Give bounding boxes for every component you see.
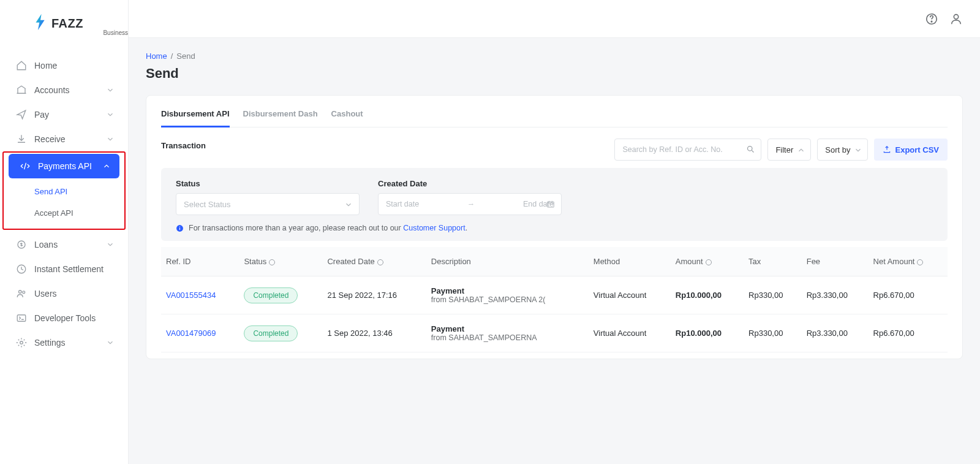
svg-point-5 bbox=[20, 341, 23, 344]
tab-cashout[interactable]: Cashout bbox=[331, 103, 363, 127]
sidebar-item-instant-settlement[interactable]: Instant Settlement bbox=[0, 257, 128, 281]
search-icon bbox=[746, 145, 755, 154]
cell-amount: Rp10.000,00 bbox=[671, 276, 744, 314]
chevron-up-icon bbox=[797, 146, 805, 154]
cell-fee: Rp3.330,00 bbox=[802, 314, 869, 352]
sidebar-item-receive[interactable]: Receive bbox=[0, 127, 128, 151]
sidebar-subitem-send-api[interactable]: Send API bbox=[4, 181, 124, 202]
th-ref: Ref. ID bbox=[161, 247, 239, 276]
help-icon[interactable] bbox=[268, 259, 276, 266]
logo[interactable]: FAZZ Business bbox=[0, 0, 128, 47]
cell-tax: Rp330,00 bbox=[744, 276, 802, 314]
sidebar-item-loans[interactable]: Loans bbox=[0, 232, 128, 257]
chevron-down-icon bbox=[344, 200, 353, 209]
th-created: Created Date bbox=[322, 247, 426, 276]
export-csv-button[interactable]: Export CSV bbox=[874, 139, 948, 161]
sidebar-item-home[interactable]: Home bbox=[0, 53, 128, 78]
cell-amount: Rp10.000,00 bbox=[671, 314, 744, 352]
profile-icon[interactable] bbox=[949, 12, 963, 26]
chevron-down-icon bbox=[106, 86, 115, 94]
svg-rect-4 bbox=[17, 315, 26, 322]
cell-net: Rp6.670,00 bbox=[869, 314, 948, 352]
th-amount: Amount bbox=[671, 247, 744, 276]
chevron-down-icon bbox=[106, 240, 115, 249]
sidebar-item-developer-tools[interactable]: Developer Tools bbox=[0, 306, 128, 330]
search-input[interactable] bbox=[614, 139, 761, 161]
card: Disbursement API Disbursement Dash Casho… bbox=[146, 95, 963, 359]
help-icon[interactable] bbox=[705, 259, 712, 266]
logo-subtext: Business bbox=[34, 29, 128, 36]
chevron-down-icon bbox=[106, 338, 115, 347]
filter-select[interactable]: Filter bbox=[767, 139, 811, 161]
help-icon[interactable] bbox=[925, 12, 938, 26]
date-range-picker[interactable]: Start date → End date bbox=[378, 193, 562, 215]
api-icon bbox=[20, 161, 31, 172]
sidebar-subitem-accept-api[interactable]: Accept API bbox=[4, 202, 124, 224]
svg-point-7 bbox=[931, 21, 932, 21]
th-fee: Fee bbox=[802, 247, 869, 276]
tabs: Disbursement API Disbursement Dash Casho… bbox=[161, 96, 948, 127]
status-badge: Completed bbox=[244, 325, 298, 341]
sidebar-item-label: Accounts bbox=[34, 85, 70, 95]
sidebar-item-label: Loans bbox=[34, 240, 58, 249]
th-status: Status bbox=[239, 247, 322, 276]
svg-point-13 bbox=[179, 226, 180, 227]
download-icon bbox=[16, 134, 27, 145]
svg-point-8 bbox=[954, 14, 958, 18]
sidebar-item-users[interactable]: Users bbox=[0, 281, 128, 306]
chevron-down-icon bbox=[106, 110, 115, 119]
tab-disbursement-api[interactable]: Disbursement API bbox=[161, 103, 230, 127]
ref-id-link[interactable]: VA001555434 bbox=[166, 291, 216, 300]
breadcrumb-home-link[interactable]: Home bbox=[146, 51, 167, 61]
breadcrumb-sep: / bbox=[171, 51, 173, 61]
svg-point-9 bbox=[748, 146, 753, 151]
clock-icon bbox=[16, 264, 27, 275]
sidebar-item-accounts[interactable]: Accounts bbox=[0, 78, 128, 102]
sidebar-item-label: Users bbox=[34, 289, 57, 299]
sidebar-item-pay[interactable]: Pay bbox=[0, 102, 128, 127]
svg-rect-10 bbox=[548, 202, 554, 207]
sidebar-item-label: Developer Tools bbox=[34, 313, 96, 323]
th-method: Method bbox=[589, 247, 671, 276]
info-line: For transactions more than a year ago, p… bbox=[176, 224, 933, 232]
svg-rect-12 bbox=[179, 227, 180, 230]
help-icon[interactable] bbox=[916, 259, 924, 266]
th-desc: Description bbox=[426, 247, 589, 276]
gear-icon bbox=[16, 337, 27, 348]
cell-method: Virtual Account bbox=[589, 276, 671, 314]
cell-created: 1 Sep 2022, 13:46 bbox=[322, 314, 426, 352]
export-icon bbox=[883, 145, 891, 154]
users-icon bbox=[16, 288, 27, 299]
cell-tax: Rp330,00 bbox=[744, 314, 802, 352]
nav: Home Accounts Pay Re bbox=[0, 47, 128, 361]
bank-icon bbox=[16, 85, 27, 96]
sidebar-item-settings[interactable]: Settings bbox=[0, 330, 128, 355]
cell-desc: Paymentfrom SAHABAT_SAMPOERNA bbox=[426, 314, 589, 352]
table-row: VA001479069 Completed 1 Sep 2022, 13:46 … bbox=[161, 314, 948, 352]
cell-net: Rp6.670,00 bbox=[869, 276, 948, 314]
arrow-right-icon: → bbox=[424, 200, 518, 208]
tab-disbursement-dash[interactable]: Disbursement Dash bbox=[243, 103, 318, 127]
svg-point-15 bbox=[377, 259, 383, 265]
ref-id-link[interactable]: VA001479069 bbox=[166, 329, 216, 338]
status-label: Status bbox=[176, 179, 360, 188]
sidebar-item-payments-api[interactable]: Payments API bbox=[9, 154, 119, 178]
transactions-table: Ref. ID Status Created Date Description … bbox=[161, 247, 948, 352]
breadcrumb-current: Send bbox=[176, 51, 195, 61]
svg-point-16 bbox=[706, 259, 711, 265]
help-icon[interactable] bbox=[377, 259, 384, 266]
sidebar-item-label: Payments API bbox=[38, 161, 92, 171]
sort-select[interactable]: Sort by bbox=[817, 139, 868, 161]
send-icon bbox=[16, 109, 27, 120]
svg-point-2 bbox=[19, 291, 22, 294]
sidebar-item-label: Receive bbox=[34, 134, 66, 144]
cell-created: 21 Sep 2022, 17:16 bbox=[322, 276, 426, 314]
start-date-placeholder: Start date bbox=[386, 200, 419, 208]
status-select[interactable]: Select Status bbox=[176, 193, 360, 215]
sidebar-item-label: Pay bbox=[34, 110, 49, 120]
cell-desc: Paymentfrom SAHABAT_SAMPOERNA 2( bbox=[426, 276, 589, 314]
topbar bbox=[129, 0, 980, 38]
customer-support-link[interactable]: Customer Support bbox=[403, 224, 465, 232]
sidebar-item-label: Home bbox=[34, 61, 57, 70]
svg-point-17 bbox=[918, 259, 923, 265]
